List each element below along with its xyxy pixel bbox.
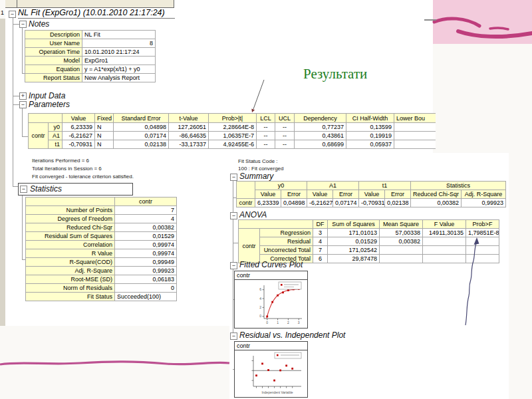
col-header: UCL [275,114,295,123]
cell: 0 [115,284,177,293]
collapse-icon-anova[interactable]: − [230,212,237,219]
section-heading-summary: Summary [239,172,273,181]
col-header: Value [359,190,385,199]
table-row: Value Error Value Error Value Error Redu… [237,190,506,199]
expand-icon-input-data[interactable]: + [19,92,27,100]
col-header: Value [63,114,95,123]
svg-text:4: 4 [259,297,261,301]
cell [466,237,499,246]
cell: 4,92455E-6 [209,140,257,149]
collapse-icon-parameters[interactable]: − [19,101,27,108]
col-header: Value [307,190,333,199]
table-row: Fit StatusSucceeded(100) [26,293,177,301]
tree-line [22,196,23,259]
svg-text:2: 2 [287,321,289,325]
cell: 0,68699 [295,140,346,149]
cell: 0,01529 [115,232,177,241]
row-label: Regression [260,229,313,237]
row-label: R Value [26,249,115,258]
cell: 0,00382 [115,223,177,232]
group-label: contr [29,123,49,149]
row-label: Equation [25,65,82,74]
row-label: y0 [49,123,63,132]
row-label: A1 [49,132,63,140]
tree-line [13,18,13,187]
cell: 0,43861 [295,132,346,140]
table-row: contr Regression 3 171,01013 57,00338 14… [239,229,499,237]
svg-text:0: 0 [259,314,261,318]
table-row: contr [26,198,177,206]
cell [29,114,63,123]
row-label: Residual [260,237,313,246]
collapse-icon-report[interactable]: − [9,11,16,18]
table-row: R-Square(COD)0,99949 [26,258,177,267]
section-heading-fitted-plot: Fitted Curves Plot [239,260,303,269]
cell: 0,99923 [462,199,506,207]
row-label: Norm of Residuals [26,284,115,293]
group-label: contr [239,229,260,263]
row-label: Root-MSE (SD) [26,275,115,284]
table-row: User Name8 [25,39,156,48]
row-label: R-Square(COD) [26,258,115,267]
row-index: 1 [1,9,4,16]
tree-line [233,177,233,336]
slide-results-title: Результати [303,66,367,82]
cell: -- [275,140,295,149]
section-heading-statistics: Statistics [30,184,62,194]
col-group-header: t1 [359,182,411,190]
svg-text:0: 0 [266,321,268,325]
cell [26,198,115,206]
col-group-header: A1 [307,182,359,190]
col-header: contr [115,198,177,206]
cell: 14911,30135 [423,229,466,237]
cell: N [95,132,114,140]
cell: 171,02542 [328,246,380,255]
table-row: Value Fixed Standard Error t-Value Prob>… [29,114,436,123]
fit-note-line: Total Iterations in Session = 6 [32,165,134,173]
tree-line [13,104,19,105]
row-label: Adj. R-Square [26,267,115,275]
cell [394,140,436,149]
cell: 8 [82,39,156,48]
cell: 0,99949 [115,258,177,267]
col-header: F Value [423,220,466,229]
collapse-icon-fitted-plot[interactable]: − [230,262,237,269]
cell: 6,23339 [255,199,281,207]
cell [394,123,436,132]
svg-text:2: 2 [259,305,261,309]
section-heading-residual-plot: Residual vs. Independent Plot [239,331,345,340]
collapse-icon-summary[interactable]: − [230,174,237,181]
cell: -- [275,132,295,140]
row-label: Fit Status [26,293,115,301]
collapse-icon-statistics[interactable]: − [20,186,27,193]
table-row: Number of Points7 [26,206,177,215]
svg-text:1: 1 [277,321,279,325]
cell: 7 [313,246,328,255]
cell [380,246,423,255]
cell: -6,21627 [63,132,95,140]
table-row: Reduced Chi-Sqr0,00382 [26,223,177,232]
col-header: Fixed [95,114,114,123]
collapse-icon-notes[interactable]: − [19,21,27,28]
col-header: Reduced Chi-Sqr [411,190,462,199]
cell: -0,70931 [63,140,95,149]
col-header: Prob>|t| [209,114,257,123]
fitted-curves-plot: contr 02460123 [234,271,308,329]
row-label: Reduced Chi-Sqr [26,223,115,232]
fit-notes: Iterations Performed = 6 Total Iteration… [32,157,134,181]
cell: -33,17337 [169,140,209,149]
cell: 1,79851E-8 [466,229,499,237]
cell: 6,23339 [63,123,95,132]
cell: 4 [115,215,177,223]
row-label: Correlation [26,241,115,249]
row-label: Degrees of Freedom [26,215,115,223]
col-header: CI Half-Width [346,114,394,123]
cell: 0,06183 [115,275,177,284]
cell: -86,64635 [169,132,209,140]
table-row: t1 -0,70931 N 0,02138 -33,17337 4,92455E… [29,140,436,149]
table-row: DF Sum of Squares Mean Square F Value Pr… [239,220,499,229]
col-header: Sum of Squares [328,220,380,229]
cell: N [95,123,114,132]
cell: 0,13599 [346,123,394,132]
collapse-icon-residual-plot[interactable]: − [230,332,237,340]
